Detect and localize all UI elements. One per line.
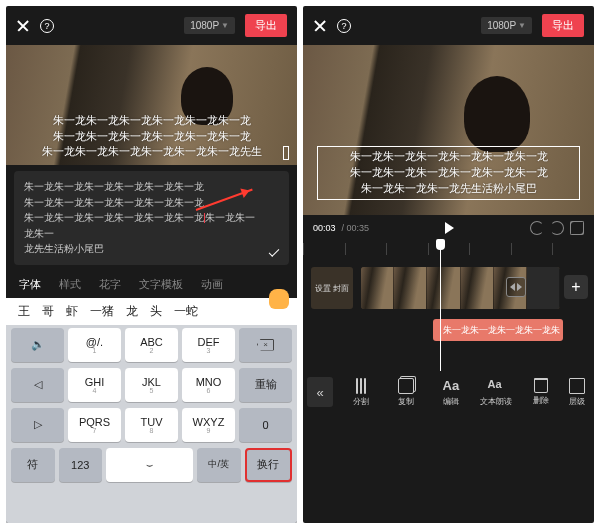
candidate[interactable]: 一猪	[84, 303, 120, 320]
text-input[interactable]: 朱一龙朱一龙朱一龙朱一龙朱一龙朱一龙 朱一龙朱一龙朱一龙朱一龙朱一龙朱一龙 朱一…	[14, 171, 289, 265]
tool-read[interactable]: Aa文本朗读	[474, 378, 517, 407]
tab-flower[interactable]: 花字	[90, 271, 130, 298]
key-8[interactable]: TUV8	[125, 408, 178, 442]
candidate[interactable]: 龙	[120, 303, 144, 320]
key-lang[interactable]: 中/英	[197, 448, 241, 482]
export-button[interactable]: 导出	[542, 14, 584, 37]
key-1[interactable]: @/.1	[68, 328, 121, 362]
bottom-toolbar: « 分割 复制 Aa编辑 Aa文本朗读 删除 层级	[303, 371, 594, 413]
tab-animation[interactable]: 动画	[192, 271, 232, 298]
fullscreen-icon[interactable]	[570, 221, 584, 235]
tool-copy[interactable]: 复制	[384, 378, 427, 407]
key-voice[interactable]: 🔉	[11, 328, 64, 362]
key-enter[interactable]: 换行	[245, 448, 293, 482]
keyboard: 王 哥 虾 一猪 龙 头 一蛇 🔉 @/.1 ABC2 DEF3 ◁ GHI4 …	[6, 298, 297, 524]
candidate-bar: 王 哥 虾 一猪 龙 头 一蛇	[6, 298, 297, 325]
close-icon[interactable]	[313, 19, 327, 33]
total-time: / 00:35	[342, 223, 370, 233]
help-icon[interactable]: ?	[337, 19, 351, 33]
timeline[interactable]: 设置 封面 + 朱一龙朱一龙朱一龙朱一龙朱	[303, 241, 594, 371]
text-overlay[interactable]: 朱一龙朱一龙朱一龙朱一龙朱一龙朱一龙 朱一龙朱一龙朱一龙朱一龙朱一龙朱一龙 朱一…	[303, 149, 594, 197]
emoji-icon[interactable]	[269, 289, 289, 309]
tool-edit[interactable]: Aa编辑	[429, 378, 472, 407]
key-symbol[interactable]: 符	[11, 448, 55, 482]
text-style-tabs: 字体 样式 花字 文字模板 动画	[6, 271, 297, 298]
tool-layer[interactable]: 层级	[564, 378, 590, 407]
add-clip-button[interactable]: +	[564, 275, 588, 299]
text-track-clip[interactable]: 朱一龙朱一龙朱一龙朱一龙朱	[433, 319, 563, 341]
export-button[interactable]: 导出	[245, 14, 287, 37]
undo-icon[interactable]	[530, 221, 544, 235]
key-9[interactable]: WXYZ9	[182, 408, 235, 442]
help-icon[interactable]: ?	[40, 19, 54, 33]
set-cover-button[interactable]: 设置 封面	[311, 267, 353, 309]
key-3[interactable]: DEF3	[182, 328, 235, 362]
close-icon[interactable]	[16, 19, 30, 33]
tool-delete[interactable]: 删除	[519, 378, 562, 406]
key-7[interactable]: PQRS7	[68, 408, 121, 442]
key-5[interactable]: JKL5	[125, 368, 178, 402]
back-button[interactable]: «	[307, 377, 333, 407]
confirm-icon[interactable]	[265, 241, 283, 259]
video-preview[interactable]: 朱一龙朱一龙朱一龙朱一龙朱一龙朱一龙 朱一龙朱一龙朱一龙朱一龙朱一龙朱一龙 朱一…	[303, 45, 594, 215]
playhead[interactable]	[440, 241, 442, 371]
resolution-button[interactable]: 1080P▼	[481, 17, 532, 34]
key-number[interactable]: 123	[59, 448, 103, 482]
top-bar: ? 1080P▼ 导出	[303, 6, 594, 45]
tab-style[interactable]: 样式	[50, 271, 90, 298]
current-time: 00:03	[313, 223, 336, 233]
video-preview: 朱一龙朱一龙朱一龙朱一龙朱一龙朱一龙 朱一龙朱一龙朱一龙朱一龙朱一龙朱一龙 朱一…	[6, 45, 297, 165]
candidate[interactable]: 哥	[36, 303, 60, 320]
key-redo[interactable]: 重输	[239, 368, 292, 402]
text-overlay[interactable]: 朱一龙朱一龙朱一龙朱一龙朱一龙朱一龙 朱一龙朱一龙朱一龙朱一龙朱一龙朱一龙 朱一…	[6, 113, 297, 159]
candidate[interactable]: 虾	[60, 303, 84, 320]
resolution-button[interactable]: 1080P▼	[184, 17, 235, 34]
key-2[interactable]: ABC2	[125, 328, 178, 362]
candidate[interactable]: 一蛇	[168, 303, 204, 320]
key-6[interactable]: MNO6	[182, 368, 235, 402]
key-left[interactable]: ◁	[11, 368, 64, 402]
transition-icon[interactable]	[506, 277, 526, 297]
key-right[interactable]: ▷	[11, 408, 64, 442]
tool-split[interactable]: 分割	[339, 378, 382, 407]
tab-template[interactable]: 文字模板	[130, 271, 192, 298]
video-track[interactable]	[361, 267, 560, 309]
candidate[interactable]: 王	[12, 303, 36, 320]
key-space[interactable]: ⌣	[106, 448, 193, 482]
key-0[interactable]: 0	[239, 408, 292, 442]
play-icon[interactable]	[445, 222, 454, 234]
time-ruler	[303, 243, 594, 255]
playback-bar: 00:03 / 00:35	[303, 215, 594, 241]
redo-icon[interactable]	[550, 221, 564, 235]
key-backspace[interactable]	[239, 328, 292, 362]
tab-font[interactable]: 字体	[10, 271, 50, 298]
candidate[interactable]: 头	[144, 303, 168, 320]
key-4[interactable]: GHI4	[68, 368, 121, 402]
top-bar: ? 1080P▼ 导出	[6, 6, 297, 45]
